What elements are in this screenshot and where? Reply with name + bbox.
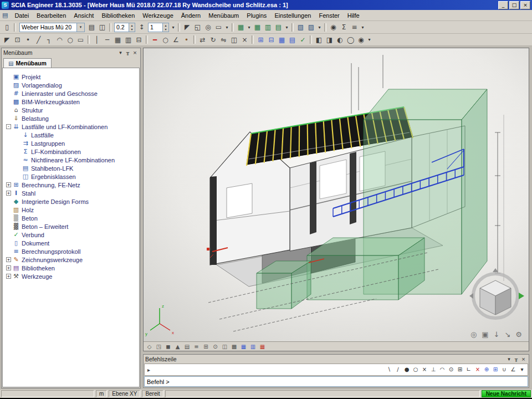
snap-tangent-icon[interactable]: ◠ — [438, 365, 447, 374]
expand-expander[interactable]: + — [6, 274, 11, 279]
layers-strip-icon[interactable]: ≡ — [192, 342, 201, 350]
grid-strip-icon[interactable]: ⊞ — [201, 342, 211, 350]
menu-bearbeiten[interactable]: Bearbeiten — [33, 11, 70, 20]
status-plane[interactable]: Ebene XY — [109, 390, 140, 397]
load-case-caret[interactable]: ▾ — [170, 22, 176, 32]
visibility-icon[interactable]: ◉ — [356, 35, 366, 45]
paperspace-caret[interactable]: ▾ — [316, 22, 323, 32]
tree-item-struktur[interactable]: ⌂Struktur — [3, 106, 139, 114]
tree-item-ergebnisklassen[interactable]: ◫Ergebnisklassen — [3, 172, 139, 181]
tree-item-dokument[interactable]: ▯Dokument — [3, 239, 139, 247]
tree-item-integrierte-design-forms[interactable]: ◆Integrierte Design Forms — [3, 197, 139, 206]
font-scale-spin[interactable]: 0.2▴▾ — [114, 23, 135, 32]
grid-blue-icon[interactable]: ⊞ — [255, 35, 266, 45]
activity-icon[interactable]: ◫ — [97, 22, 108, 32]
clip-right-icon[interactable]: ◨ — [324, 35, 335, 45]
menu-fenster[interactable]: Fenster — [315, 11, 343, 20]
snap-intersection-icon[interactable]: × — [420, 365, 429, 374]
vp-store-view-icon[interactable]: ↓ — [494, 330, 500, 339]
tab-menubaum[interactable]: ▤ Menübaum — [3, 58, 52, 68]
options-icon[interactable]: ≡ — [349, 22, 360, 32]
spin-down-icon[interactable]: ▾ — [129, 27, 135, 32]
spin-arrows[interactable]: ▴▾ — [162, 23, 168, 32]
polyline-tool-icon[interactable]: ┐ — [44, 35, 54, 45]
point-tool-icon[interactable]: • — [181, 35, 192, 45]
table-composer-icon[interactable]: ▥ — [263, 22, 273, 32]
arc-tool-icon[interactable]: ◠ — [54, 35, 65, 45]
menu-menübaum[interactable]: Menübaum — [204, 11, 243, 20]
new-project-icon[interactable]: ▯ — [2, 22, 12, 32]
beam-tool-icon[interactable]: ─ — [102, 35, 112, 45]
collapse-expander[interactable]: - — [6, 124, 11, 129]
cursor-select-icon[interactable]: ◤ — [182, 22, 192, 32]
tree-item-bim-werkzeugkasten[interactable]: ▩BIM-Werkzeugkasten — [3, 98, 139, 106]
menu-einstellungen[interactable]: Einstellungen — [270, 11, 315, 20]
snap-line-icon[interactable]: ∖ — [385, 365, 393, 374]
section-strip-icon[interactable]: ◫ — [220, 342, 229, 350]
layer-combo[interactable]: Weber Haus Mü 20▾ — [19, 23, 85, 32]
close-button[interactable]: × — [520, 1, 530, 9]
snap-strip-icon[interactable]: ⊙ — [211, 342, 220, 350]
expand-expander[interactable]: + — [6, 265, 11, 270]
menu-hilfe[interactable]: Hilfe — [344, 11, 364, 20]
command-input[interactable] — [145, 378, 528, 386]
print-icon[interactable]: ▭ — [213, 22, 224, 32]
circle-tool-icon[interactable]: ○ — [65, 35, 75, 45]
tree-item-bibliotheken[interactable]: +▤Bibliotheken — [3, 264, 139, 272]
snap-center-icon[interactable]: ⊙ — [447, 365, 456, 374]
table-results-icon[interactable]: ▦ — [252, 22, 263, 32]
panel-close-icon[interactable]: × — [520, 356, 527, 362]
angle-tool-icon[interactable]: ∠ — [171, 35, 181, 45]
vp-fit-icon[interactable]: ↘ — [504, 330, 510, 339]
load-case-spin[interactable]: 1▴▾ — [148, 23, 169, 32]
text-scale-icon[interactable]: ↕ — [136, 22, 147, 32]
tree-item-werkzeuge[interactable]: +⚒Werkzeuge — [3, 272, 139, 280]
column-tool-icon[interactable]: │ — [91, 35, 102, 45]
node-tool-icon[interactable]: • — [23, 35, 33, 45]
mdi-document-icon[interactable]: ▤ — [2, 12, 8, 19]
active-document-strip-icon[interactable]: ▦ — [258, 342, 267, 350]
menu-ändern[interactable]: Ändern — [177, 11, 204, 20]
expand-expander[interactable]: + — [6, 182, 11, 187]
snap-off-icon[interactable]: × — [473, 365, 482, 374]
tree-item-vorlagendialog[interactable]: ▨Vorlagendialog — [3, 81, 139, 89]
clipping-strip-icon[interactable]: ▩ — [229, 342, 239, 350]
zoom-all-icon[interactable]: ◎ — [203, 22, 213, 32]
spin-down-icon[interactable]: ▾ — [162, 27, 168, 32]
layer-manager-icon[interactable]: ▤ — [86, 22, 97, 32]
check-green-icon[interactable]: ✓ — [298, 35, 308, 45]
tree-item-nichtlineare-lf-kombinationen[interactable]: ≈Nichtlineare LF-Kombinationen — [3, 156, 139, 164]
tree-item-lastfälle-und-lf-kombinationen[interactable]: -⇊Lastfälle und LF-Kombinationen — [3, 122, 139, 131]
table-input-icon[interactable]: ▦ — [236, 22, 246, 32]
zoom-window-icon[interactable]: ◱ — [192, 22, 203, 32]
select-arrow-icon[interactable]: ◤ — [2, 35, 12, 45]
snap-endpoint-icon[interactable]: ○ — [411, 365, 420, 374]
tree-item-stahl[interactable]: +IStahl — [3, 189, 139, 197]
spin-up-icon[interactable]: ▴ — [129, 23, 135, 28]
panel-close-icon[interactable]: × — [131, 49, 139, 56]
panel-menu-icon[interactable]: ▾ — [117, 49, 124, 56]
move-tool-icon[interactable]: ⇄ — [197, 35, 208, 45]
table-strip-icon[interactable]: ▦ — [239, 342, 248, 350]
rotate-tool-icon[interactable]: ↻ — [208, 35, 218, 45]
snap-axis-icon[interactable]: ∕ — [393, 365, 402, 374]
opening-tool-icon[interactable]: ⊟ — [134, 35, 144, 45]
line-tool-icon[interactable]: ╱ — [33, 35, 44, 45]
panel-pin-icon[interactable]: ╥ — [124, 49, 131, 56]
viewport-3d[interactable]: z y x ◎▣↓↘⚙ — [143, 48, 529, 351]
engineering-report-icon[interactable]: ▤ — [273, 22, 284, 32]
model-canvas[interactable]: z y x — [144, 48, 529, 342]
snap-grid-icon[interactable]: ⊞ — [456, 365, 464, 374]
named-views-icon[interactable]: ▤ — [182, 342, 192, 350]
snap-ortho-icon[interactable]: ∟ — [464, 365, 473, 374]
tree-item-beton[interactable]: ▒Beton — [3, 214, 139, 222]
snap-arc-icon[interactable]: ∪ — [500, 365, 509, 374]
table-input-caret[interactable]: ▾ — [246, 22, 252, 32]
tree-item-lf-kombinationen[interactable]: ΣLF-Kombinationen — [3, 147, 139, 156]
select-box-icon[interactable]: ⊡ — [12, 35, 23, 45]
picture-gallery-icon[interactable]: ▧ — [295, 22, 306, 32]
report-caret[interactable]: ▾ — [284, 22, 290, 32]
tree-item-lastfälle[interactable]: ↓Lastfälle — [3, 131, 139, 139]
vp-isometric-icon[interactable]: ▣ — [482, 330, 488, 339]
combo-caret-icon[interactable]: ▾ — [76, 23, 84, 32]
